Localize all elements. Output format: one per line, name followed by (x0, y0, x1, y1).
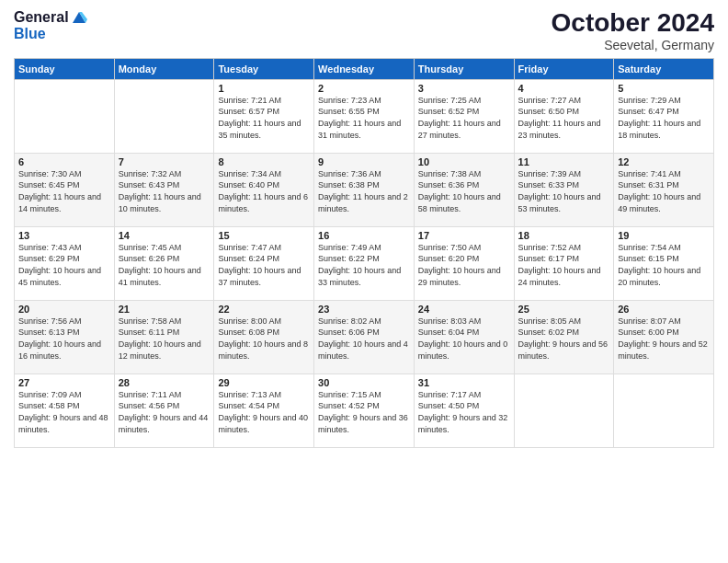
day-number: 11 (518, 156, 610, 167)
day-info: Sunrise: 7:58 AM Sunset: 6:11 PM Dayligh… (119, 316, 210, 362)
day-number: 9 (318, 156, 410, 167)
day-info: Sunrise: 7:43 AM Sunset: 6:29 PM Dayligh… (18, 242, 110, 288)
logo-icon (71, 8, 87, 25)
calendar-cell: 10Sunrise: 7:38 AM Sunset: 6:36 PM Dayli… (414, 153, 514, 226)
day-number: 7 (119, 156, 210, 167)
day-number: 4 (518, 83, 610, 94)
day-info: Sunrise: 7:23 AM Sunset: 6:55 PM Dayligh… (318, 95, 410, 141)
day-info: Sunrise: 7:45 AM Sunset: 6:26 PM Dayligh… (119, 242, 210, 288)
calendar-cell: 1Sunrise: 7:21 AM Sunset: 6:57 PM Daylig… (214, 79, 314, 153)
day-number: 15 (218, 230, 310, 241)
calendar-week-3: 20Sunrise: 7:56 AM Sunset: 6:13 PM Dayli… (15, 300, 714, 373)
calendar-cell (114, 79, 214, 153)
calendar-cell: 16Sunrise: 7:49 AM Sunset: 6:22 PM Dayli… (314, 226, 415, 300)
day-info: Sunrise: 7:54 AM Sunset: 6:15 PM Dayligh… (618, 242, 710, 288)
day-info: Sunrise: 7:49 AM Sunset: 6:22 PM Dayligh… (318, 242, 410, 288)
day-info: Sunrise: 7:50 AM Sunset: 6:20 PM Dayligh… (418, 242, 510, 288)
day-info: Sunrise: 7:56 AM Sunset: 6:13 PM Dayligh… (18, 316, 110, 362)
day-info: Sunrise: 7:52 AM Sunset: 6:17 PM Dayligh… (518, 242, 610, 288)
day-number: 30 (318, 377, 410, 388)
calendar-cell: 25Sunrise: 8:05 AM Sunset: 6:02 PM Dayli… (514, 300, 614, 373)
col-sunday: Sunday (15, 58, 115, 79)
day-number: 10 (418, 156, 510, 167)
calendar-cell: 2Sunrise: 7:23 AM Sunset: 6:55 PM Daylig… (314, 79, 415, 153)
calendar-cell: 15Sunrise: 7:47 AM Sunset: 6:24 PM Dayli… (214, 226, 314, 300)
logo-blue: Blue (14, 26, 46, 41)
calendar-cell (15, 79, 115, 153)
col-friday: Friday (514, 58, 614, 79)
logo: General Blue (14, 9, 87, 42)
calendar-cell: 27Sunrise: 7:09 AM Sunset: 4:58 PM Dayli… (15, 373, 115, 447)
day-number: 22 (218, 304, 310, 315)
day-number: 20 (18, 304, 110, 315)
day-number: 23 (318, 304, 410, 315)
day-info: Sunrise: 7:41 AM Sunset: 6:31 PM Dayligh… (618, 168, 710, 214)
calendar-cell: 29Sunrise: 7:13 AM Sunset: 4:54 PM Dayli… (214, 373, 314, 447)
day-number: 19 (618, 230, 710, 241)
day-number: 17 (418, 230, 510, 241)
day-info: Sunrise: 7:17 AM Sunset: 4:50 PM Dayligh… (418, 389, 510, 435)
header: General Blue October 2024 Seevetal, Germ… (14, 9, 714, 52)
col-thursday: Thursday (414, 58, 514, 79)
day-number: 2 (318, 83, 410, 94)
day-number: 31 (418, 377, 510, 388)
day-number: 5 (618, 83, 710, 94)
day-info: Sunrise: 7:29 AM Sunset: 6:47 PM Dayligh… (618, 95, 710, 141)
calendar-cell: 5Sunrise: 7:29 AM Sunset: 6:47 PM Daylig… (614, 79, 714, 153)
day-number: 29 (218, 377, 310, 388)
day-number: 1 (218, 83, 310, 94)
day-number: 26 (618, 304, 710, 315)
day-number: 25 (518, 304, 610, 315)
day-info: Sunrise: 8:07 AM Sunset: 6:00 PM Dayligh… (618, 316, 710, 362)
day-info: Sunrise: 7:47 AM Sunset: 6:24 PM Dayligh… (218, 242, 310, 288)
col-tuesday: Tuesday (214, 58, 314, 79)
day-info: Sunrise: 7:13 AM Sunset: 4:54 PM Dayligh… (218, 389, 310, 435)
day-number: 14 (119, 230, 210, 241)
calendar-cell: 17Sunrise: 7:50 AM Sunset: 6:20 PM Dayli… (414, 226, 514, 300)
calendar-cell (614, 373, 714, 447)
day-info: Sunrise: 7:36 AM Sunset: 6:38 PM Dayligh… (318, 168, 410, 214)
day-info: Sunrise: 7:38 AM Sunset: 6:36 PM Dayligh… (418, 168, 510, 214)
calendar-cell: 23Sunrise: 8:02 AM Sunset: 6:06 PM Dayli… (314, 300, 415, 373)
day-info: Sunrise: 7:39 AM Sunset: 6:33 PM Dayligh… (518, 168, 610, 214)
day-info: Sunrise: 8:00 AM Sunset: 6:08 PM Dayligh… (218, 316, 310, 362)
day-number: 21 (119, 304, 210, 315)
calendar-cell: 11Sunrise: 7:39 AM Sunset: 6:33 PM Dayli… (514, 153, 614, 226)
day-info: Sunrise: 7:25 AM Sunset: 6:52 PM Dayligh… (418, 95, 510, 141)
page-container: General Blue October 2024 Seevetal, Germ… (0, 0, 728, 457)
calendar-cell (514, 373, 614, 447)
day-number: 24 (418, 304, 510, 315)
calendar-cell: 28Sunrise: 7:11 AM Sunset: 4:56 PM Dayli… (114, 373, 214, 447)
calendar-week-1: 6Sunrise: 7:30 AM Sunset: 6:45 PM Daylig… (15, 153, 714, 226)
calendar-cell: 18Sunrise: 7:52 AM Sunset: 6:17 PM Dayli… (514, 226, 614, 300)
calendar-cell: 19Sunrise: 7:54 AM Sunset: 6:15 PM Dayli… (614, 226, 714, 300)
calendar-cell: 31Sunrise: 7:17 AM Sunset: 4:50 PM Dayli… (414, 373, 514, 447)
calendar-cell: 20Sunrise: 7:56 AM Sunset: 6:13 PM Dayli… (15, 300, 115, 373)
calendar-cell: 3Sunrise: 7:25 AM Sunset: 6:52 PM Daylig… (414, 79, 514, 153)
col-monday: Monday (114, 58, 214, 79)
calendar-table: Sunday Monday Tuesday Wednesday Thursday… (14, 58, 714, 448)
calendar-cell: 21Sunrise: 7:58 AM Sunset: 6:11 PM Dayli… (114, 300, 214, 373)
day-info: Sunrise: 7:11 AM Sunset: 4:56 PM Dayligh… (119, 389, 210, 435)
calendar-cell: 4Sunrise: 7:27 AM Sunset: 6:50 PM Daylig… (514, 79, 614, 153)
day-number: 16 (318, 230, 410, 241)
calendar-week-0: 1Sunrise: 7:21 AM Sunset: 6:57 PM Daylig… (15, 79, 714, 153)
header-row: Sunday Monday Tuesday Wednesday Thursday… (15, 58, 714, 79)
day-info: Sunrise: 8:02 AM Sunset: 6:06 PM Dayligh… (318, 316, 410, 362)
day-info: Sunrise: 8:05 AM Sunset: 6:02 PM Dayligh… (518, 316, 610, 362)
day-number: 27 (18, 377, 110, 388)
day-info: Sunrise: 7:34 AM Sunset: 6:40 PM Dayligh… (218, 168, 310, 214)
day-number: 3 (418, 83, 510, 94)
location: Seevetal, Germany (552, 38, 714, 52)
month-year: October 2024 (552, 9, 714, 38)
col-wednesday: Wednesday (314, 58, 415, 79)
day-number: 13 (18, 230, 110, 241)
calendar-week-2: 13Sunrise: 7:43 AM Sunset: 6:29 PM Dayli… (15, 226, 714, 300)
calendar-cell: 14Sunrise: 7:45 AM Sunset: 6:26 PM Dayli… (114, 226, 214, 300)
calendar-cell: 12Sunrise: 7:41 AM Sunset: 6:31 PM Dayli… (614, 153, 714, 226)
day-number: 6 (18, 156, 110, 167)
calendar-cell: 22Sunrise: 8:00 AM Sunset: 6:08 PM Dayli… (214, 300, 314, 373)
col-saturday: Saturday (614, 58, 714, 79)
day-info: Sunrise: 7:30 AM Sunset: 6:45 PM Dayligh… (18, 168, 110, 214)
calendar-cell: 26Sunrise: 8:07 AM Sunset: 6:00 PM Dayli… (614, 300, 714, 373)
